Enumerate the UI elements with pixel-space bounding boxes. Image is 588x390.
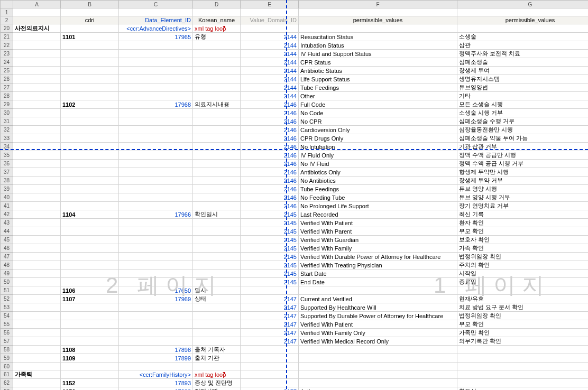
cell[interactable] — [61, 50, 119, 58]
cell[interactable] — [61, 219, 119, 227]
cell[interactable] — [193, 185, 241, 193]
cell[interactable] — [193, 67, 241, 75]
row-34[interactable]: 342146No Intubation기관 삽관 거부 — [1, 143, 589, 151]
cell[interactable]: 2147 — [241, 312, 299, 320]
cell[interactable] — [61, 278, 119, 286]
row-header[interactable]: 1 — [1, 8, 13, 16]
cell[interactable]: 확인일시 — [193, 210, 241, 219]
cell[interactable] — [61, 244, 119, 253]
row-50[interactable]: 502145End Date종료일 — [1, 278, 589, 286]
row-header[interactable]: 44 — [1, 227, 13, 236]
cell[interactable]: 기관 삽관 거부 — [457, 143, 589, 151]
row-header[interactable]: 40 — [1, 193, 13, 202]
cell[interactable] — [119, 363, 193, 370]
cell[interactable]: No CPR — [299, 117, 457, 126]
cell[interactable]: 17893 — [119, 379, 193, 387]
cell[interactable] — [193, 58, 241, 67]
cell[interactable] — [61, 337, 119, 346]
cell[interactable] — [457, 379, 589, 387]
cell[interactable] — [13, 8, 61, 16]
cell[interactable]: 2144 — [241, 92, 299, 100]
cell[interactable]: 2157 — [241, 387, 299, 391]
cell[interactable]: 17899 — [119, 354, 193, 363]
cell[interactable] — [13, 92, 61, 100]
col-header-E[interactable]: E — [241, 1, 299, 8]
section-cell[interactable]: <ccr:FamilyHistory> — [119, 370, 193, 379]
cell[interactable] — [241, 354, 299, 363]
cell[interactable]: 정맥주사와 보전적 치료 — [457, 50, 589, 58]
row-header[interactable]: 20 — [1, 24, 13, 33]
cell[interactable] — [193, 117, 241, 126]
cell[interactable] — [61, 329, 119, 337]
cell[interactable]: 2146 — [241, 185, 299, 193]
cell[interactable]: 2144 — [241, 83, 299, 92]
cell[interactable] — [193, 143, 241, 151]
row-61[interactable]: 61가족력<ccr:FamilyHistory>xml tag loop — [1, 370, 589, 379]
cell[interactable] — [61, 320, 119, 329]
cell[interactable]: 2146 — [241, 193, 299, 202]
section-cell[interactable] — [299, 24, 457, 33]
cell[interactable]: 항생제 투약만 시행 — [457, 168, 589, 177]
row-header[interactable]: 30 — [1, 109, 13, 117]
col-header-D[interactable]: D — [193, 1, 241, 8]
cell[interactable] — [13, 227, 61, 236]
select-all-corner[interactable] — [1, 1, 13, 8]
row-header[interactable]: 59 — [1, 354, 13, 363]
cell[interactable] — [119, 151, 193, 160]
section-cell[interactable] — [61, 24, 119, 33]
section-cell[interactable]: xml tag loop — [193, 370, 241, 379]
cell[interactable] — [13, 143, 61, 151]
cell[interactable] — [193, 50, 241, 58]
row-header[interactable]: 43 — [1, 219, 13, 227]
cell[interactable] — [193, 236, 241, 244]
cell[interactable] — [13, 33, 61, 41]
cell[interactable]: 1107 — [61, 295, 119, 303]
cell[interactable]: No Feeding Tube — [299, 193, 457, 202]
cell[interactable] — [457, 286, 589, 295]
header-cell[interactable]: Data_Element_ID — [119, 16, 193, 24]
cell[interactable]: 1152 — [61, 379, 119, 387]
cell[interactable]: Verified With Patient — [299, 219, 457, 227]
row-47[interactable]: 472145Verified With Durable Power of Att… — [1, 253, 589, 261]
row-51[interactable]: 51110617650일시 — [1, 286, 589, 295]
cell[interactable] — [193, 312, 241, 320]
row-header[interactable]: 36 — [1, 160, 13, 168]
cell[interactable] — [193, 83, 241, 92]
cell[interactable] — [61, 177, 119, 185]
col-header-G[interactable]: G — [457, 1, 589, 8]
cell[interactable]: 유형 — [193, 33, 241, 41]
cell[interactable]: 기타 — [457, 92, 589, 100]
cell[interactable]: 2146 — [241, 109, 299, 117]
cell[interactable] — [13, 320, 61, 329]
cell[interactable]: 일시 — [193, 286, 241, 295]
cell[interactable]: Other — [299, 92, 457, 100]
row-52[interactable]: 52110717969상태2147Current and Verified현재/… — [1, 295, 589, 303]
cell[interactable]: No IV Fluid — [299, 160, 457, 168]
cell[interactable] — [119, 202, 193, 210]
row-header[interactable]: 58 — [1, 346, 13, 354]
cell[interactable]: 정맥 수액 공급 시행 거부 — [457, 160, 589, 168]
row-31[interactable]: 312146No CPR심폐소생술 수행 거부 — [1, 117, 589, 126]
cell[interactable]: 법정위임장 확인 — [457, 253, 589, 261]
cell[interactable] — [13, 177, 61, 185]
cell[interactable] — [193, 320, 241, 329]
cell[interactable] — [61, 8, 119, 16]
cell[interactable]: 1108 — [61, 346, 119, 354]
cell[interactable] — [193, 219, 241, 227]
cell[interactable] — [13, 67, 61, 75]
cell[interactable] — [193, 75, 241, 83]
cell[interactable]: 2146 — [241, 126, 299, 134]
cell[interactable] — [13, 286, 61, 295]
cell[interactable]: 2146 — [241, 168, 299, 177]
cell[interactable]: 17968 — [119, 100, 193, 109]
row-24[interactable]: 242144CPR Status심폐소생술 — [1, 58, 589, 67]
cell[interactable]: 2146 — [241, 202, 299, 210]
row-27[interactable]: 272144Tube Feedings튜브영양법 — [1, 83, 589, 92]
cell[interactable] — [299, 363, 457, 370]
cell[interactable]: 생명유지시스템 — [457, 75, 589, 83]
cell[interactable] — [241, 379, 299, 387]
cell[interactable] — [13, 270, 61, 278]
cell[interactable] — [61, 160, 119, 168]
cell[interactable]: 소생술 시행 거부 — [457, 109, 589, 117]
row-header[interactable]: 53 — [1, 303, 13, 312]
